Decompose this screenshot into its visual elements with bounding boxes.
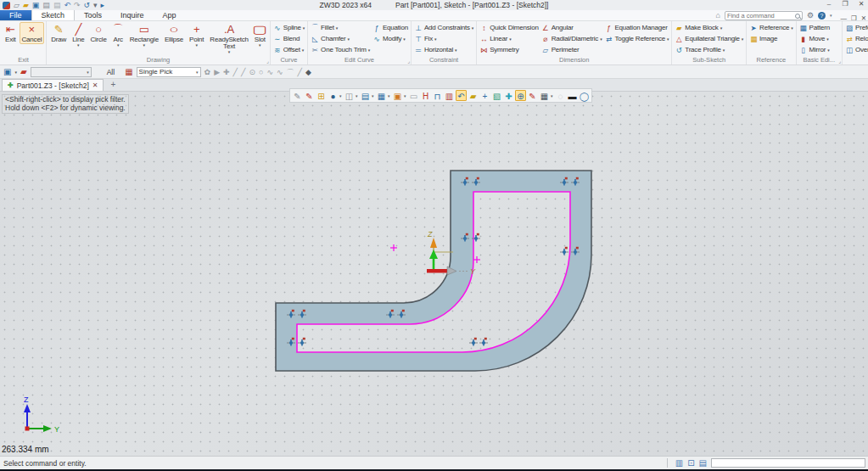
equation-button[interactable]: ƒEquation	[372, 22, 409, 33]
dialog-launcher-icon[interactable]: ⌟	[407, 57, 410, 65]
point-filter-icon[interactable]: ✿	[204, 66, 211, 78]
symmetry-button[interactable]: ⋈Symmetry	[479, 44, 539, 55]
shaded-sphere-icon[interactable]: ●	[328, 90, 339, 101]
angular-button[interactable]: ∠Angular	[540, 22, 603, 33]
arc-filter-icon[interactable]: ⌒	[287, 66, 294, 78]
doc-close-button[interactable]: ✕	[861, 14, 866, 22]
qat-expand-icon[interactable]: ▸	[101, 1, 105, 9]
mirror-button[interactable]: ▯Mirror▾	[798, 44, 831, 55]
polyline-filter-icon[interactable]: ╱	[241, 66, 245, 78]
equilateral-triangle-button[interactable]: △Equilateral Triangle▾	[674, 33, 744, 44]
color-bars-icon[interactable]: ▰	[20, 66, 27, 78]
radial-diametric-button[interactable]: ⌀Radial/Diametric▾	[540, 33, 603, 44]
close-button[interactable]: ✕	[856, 0, 866, 8]
monitor-status-icon[interactable]: ⊡	[687, 458, 694, 468]
toggle-reference-button[interactable]: ⇄Toggle Reference▾	[603, 33, 669, 44]
command-search[interactable]	[725, 11, 803, 20]
sketch-canvas[interactable]: <Shift-right-click> to display pick filt…	[0, 92, 868, 456]
dialog-launcher-icon[interactable]: ⌟	[838, 57, 841, 65]
redline-pen-icon[interactable]: ✎	[527, 90, 538, 101]
ellipse-button[interactable]: ○Ellipse	[162, 22, 186, 44]
cancel-button[interactable]: ×Cancel	[20, 22, 45, 44]
move-button[interactable]: ▮Move▾	[798, 33, 831, 44]
save-icon[interactable]: ▣	[32, 1, 40, 9]
plot-icon[interactable]: ▤	[53, 1, 61, 9]
regen-icon[interactable]: ↺	[83, 1, 90, 9]
circle-button[interactable]: ○Circle	[87, 22, 109, 44]
section-columns-icon[interactable]: ▥	[444, 90, 455, 101]
open-folder-icon[interactable]: ▰	[23, 1, 29, 9]
ghost-entity-icon[interactable]: ◌	[555, 90, 566, 101]
equation-manager-button[interactable]: ƒEquation Manager	[603, 22, 669, 33]
constraint-glyph[interactable]	[469, 338, 478, 346]
fix-button[interactable]: ⊤Fix▾	[413, 33, 474, 44]
preferences-button[interactable]: ▨Preferences	[844, 22, 868, 33]
exit-button[interactable]: ⇤Exit	[3, 22, 19, 44]
layer-combo[interactable]: ▾	[31, 67, 92, 77]
minimize-button[interactable]: –	[824, 0, 834, 8]
chevron-down-icon[interactable]: ▾	[339, 93, 343, 98]
new-file-icon[interactable]: ▱	[14, 1, 20, 9]
sketch-pencil-icon[interactable]: ✎	[292, 90, 303, 101]
tab-file[interactable]: File	[0, 10, 31, 20]
chevron-down-icon[interactable]: ▾	[551, 93, 554, 98]
help-dropdown-icon[interactable]: ▾	[830, 11, 832, 20]
keyboard-status-icon[interactable]: ▤	[699, 458, 707, 468]
document-tab[interactable]: ✚ Part001.Z3 - [Sketch2] ✕	[2, 79, 104, 91]
lift-crane-icon[interactable]: ✚	[503, 90, 514, 101]
tab-sketch[interactable]: Sketch	[31, 10, 76, 20]
trace-profile-button[interactable]: ↺Trace Profile▾	[674, 44, 744, 55]
help-icon[interactable]: ?	[818, 12, 826, 20]
drag-hand-icon[interactable]: +	[479, 90, 490, 101]
chamfer-button[interactable]: ◺Chamfer▾	[310, 33, 371, 44]
curve-filter-icon[interactable]: ▶	[214, 66, 220, 78]
add-constraints-button[interactable]: ⊥Add Constraints▾	[413, 22, 474, 33]
columns-status-icon[interactable]: ▥	[675, 458, 683, 468]
status-input-box[interactable]	[711, 458, 865, 468]
stamp-icon[interactable]: ⊓	[432, 90, 443, 101]
doc-restore-button[interactable]: ❐	[851, 14, 857, 22]
search-input[interactable]	[727, 12, 795, 20]
overlap-button[interactable]: ◫Overlap▾	[844, 44, 868, 55]
horizontal-button[interactable]: ═Horizontal▾	[413, 44, 474, 55]
quick-dimension-button[interactable]: ↕Quick Dimension	[479, 22, 539, 33]
redo-icon[interactable]: ↷	[74, 1, 81, 9]
print-icon[interactable]: ▤	[42, 1, 50, 9]
constraint-glyph[interactable]	[560, 247, 568, 255]
image-capture-icon[interactable]: ▣	[392, 90, 403, 101]
modify-button[interactable]: ∿Modify▾	[372, 33, 409, 44]
arc-button[interactable]: ⌒Arc▾	[110, 22, 126, 48]
segment-filter-icon[interactable]: ╱	[298, 66, 302, 78]
dialog-launcher-icon[interactable]: ⌟	[266, 57, 269, 65]
qat-dropdown-icon[interactable]: ▾	[93, 1, 98, 9]
slot-button[interactable]: ▢Slot▾	[252, 22, 268, 48]
grid-list-icon[interactable]: ▦	[376, 90, 387, 101]
chevron-down-icon[interactable]: ▾	[356, 93, 359, 98]
draw-button[interactable]: ✎Draw	[48, 22, 69, 44]
rectangle-button[interactable]: ▭Rectangle▾	[127, 22, 161, 48]
doc-minimize-button[interactable]: —	[840, 14, 847, 22]
chevron-down-icon[interactable]: ▾	[404, 93, 407, 98]
curve2-filter-icon[interactable]: ∿	[277, 66, 283, 78]
blank-sheet-icon[interactable]: ▭	[408, 90, 419, 101]
tab-close-icon[interactable]: ✕	[92, 81, 98, 89]
fillet-button[interactable]: ⌒Fillet▾	[310, 22, 371, 33]
linear-button[interactable]: ↔Linear▾	[479, 33, 539, 44]
new-tab-button[interactable]: +	[104, 79, 122, 91]
line-button[interactable]: ╱Line▾	[70, 22, 87, 48]
pick-mode-combo[interactable]: Single Pick▾	[137, 67, 201, 77]
undo-icon[interactable]: ↶	[64, 1, 70, 9]
display-style-icon[interactable]: ▣	[3, 66, 11, 78]
face-filter-icon[interactable]: ◆	[305, 66, 311, 78]
approve-stamp-icon[interactable]: ▰	[468, 90, 479, 101]
clipboard-icon[interactable]: ⊞	[316, 90, 327, 101]
circle-filter-icon[interactable]: ⊙	[249, 66, 255, 78]
blend-button[interactable]: ∼Blend	[272, 33, 305, 44]
color-pen-icon[interactable]: ✎	[304, 90, 315, 101]
monitor-icon[interactable]: ▦	[539, 90, 550, 101]
ellipse-filter-icon[interactable]: ○	[259, 66, 263, 78]
spline-button[interactable]: ∿Spline▾	[272, 22, 305, 33]
image-button[interactable]: ▦Image	[748, 33, 793, 44]
hatch-h-icon[interactable]: H	[420, 90, 431, 101]
perimeter-button[interactable]: ▱Perimeter	[540, 44, 603, 55]
